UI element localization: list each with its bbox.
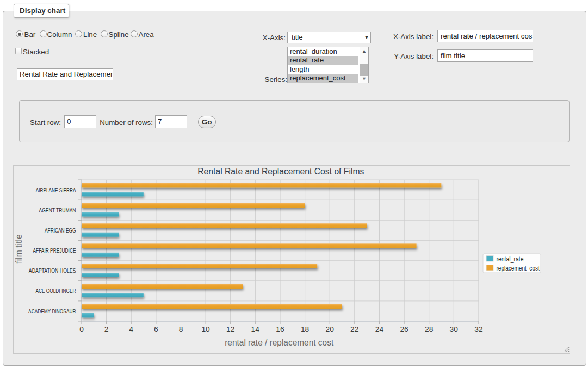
svg-text:2: 2 (104, 325, 109, 334)
svg-text:12: 12 (226, 325, 234, 334)
svg-text:6: 6 (154, 325, 158, 334)
svg-text:AGENT TRUMAN: AGENT TRUMAN (39, 208, 76, 214)
svg-text:AFFAIR PREJUDICE: AFFAIR PREJUDICE (33, 248, 76, 254)
svg-text:16: 16 (276, 325, 284, 334)
svg-text:32: 32 (474, 325, 482, 334)
svg-text:28: 28 (425, 325, 434, 334)
svg-text:10: 10 (201, 325, 210, 334)
svg-text:film title: film title (14, 234, 23, 264)
svg-text:22: 22 (350, 325, 358, 334)
svg-text:20: 20 (326, 325, 335, 334)
svg-text:AFRICAN EGG: AFRICAN EGG (45, 228, 76, 234)
svg-text:14: 14 (251, 325, 260, 334)
svg-text:26: 26 (400, 325, 408, 334)
svg-text:0: 0 (79, 325, 84, 334)
svg-text:24: 24 (375, 325, 384, 334)
svg-text:18: 18 (301, 325, 310, 334)
svg-text:4: 4 (129, 325, 133, 334)
svg-text:Rental Rate and Replacement Co: Rental Rate and Replacement Cost of Film… (197, 166, 364, 177)
svg-text:ADAPTATION HOLES: ADAPTATION HOLES (29, 268, 76, 274)
svg-text:rental_rate: rental_rate (497, 255, 524, 263)
svg-text:30: 30 (450, 325, 459, 334)
svg-text:ACADEMY DINOSAUR: ACADEMY DINOSAUR (28, 309, 76, 315)
svg-text:ACE GOLDFINGER: ACE GOLDFINGER (36, 288, 76, 294)
svg-text:rental rate / replacement cost: rental rate / replacement cost (225, 337, 333, 348)
svg-text:replacement_cost: replacement_cost (497, 265, 540, 272)
svg-text:8: 8 (179, 325, 183, 334)
svg-text:AIRPLANE SIERRA: AIRPLANE SIERRA (36, 187, 76, 193)
